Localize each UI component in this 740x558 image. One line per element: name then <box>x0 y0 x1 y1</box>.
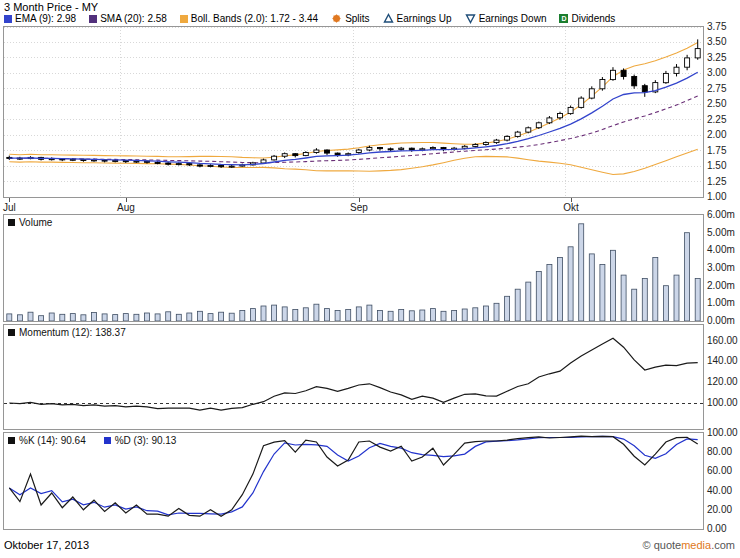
candle-body <box>505 136 510 140</box>
momentum-header: Momentum (12): 138.37 <box>8 327 126 338</box>
stock-chart-page: 3 Month Price - MY EMA (9): 2.98SMA (20)… <box>0 0 740 558</box>
splits-icon <box>331 13 342 24</box>
copyright-domain: .com <box>711 539 735 551</box>
x-axis-label: Aug <box>111 202 141 213</box>
volume-bar <box>187 313 192 321</box>
legend-label: Dividends <box>571 13 615 24</box>
volume-bar <box>483 306 488 321</box>
volume-bar <box>314 304 319 321</box>
candle-body <box>388 149 393 150</box>
candle-body <box>409 148 414 150</box>
volume-bar <box>134 314 139 321</box>
candle-body <box>367 148 372 151</box>
x-axis-label: Jul <box>3 202 33 213</box>
volume-panel: Volume <box>3 214 704 322</box>
y-axis-label: 3.25 <box>707 52 726 63</box>
candle-body <box>685 58 690 67</box>
volume-bar <box>430 309 435 321</box>
candle-body <box>229 166 234 167</box>
candle-body <box>611 70 616 79</box>
volume-bar <box>70 314 75 321</box>
candle-body <box>208 166 213 167</box>
volume-bar <box>367 305 372 321</box>
volume-header: Volume <box>8 217 52 228</box>
ema-color-chip <box>4 15 12 23</box>
volume-bar <box>335 310 340 321</box>
candle-body <box>282 154 287 157</box>
stoch-k-header-label: %K (14): 90.64 <box>19 435 86 446</box>
candle-body <box>579 98 584 107</box>
y-axis-label: 2.50 <box>707 98 726 109</box>
candle-body <box>399 148 404 149</box>
volume-bar <box>621 275 626 321</box>
y-axis-label: 100.00 <box>707 427 738 438</box>
volume-bar <box>388 311 393 321</box>
y-axis-label: 1.00m <box>707 297 735 308</box>
volume-bar <box>113 315 118 321</box>
copyright: © quotemedia.com <box>642 539 735 551</box>
boll-bands-color-chip <box>180 15 188 23</box>
y-axis-label: 2.25 <box>707 114 726 125</box>
candle-body <box>134 161 139 162</box>
volume-bar <box>197 311 202 321</box>
copyright-media: media <box>681 539 711 551</box>
candle-body <box>483 143 488 145</box>
price-panel <box>3 26 704 198</box>
candle-body <box>272 156 277 160</box>
chart-legend: EMA (9): 2.98SMA (20): 2.58Boll. Bands (… <box>4 13 615 24</box>
y-axis-label: 3.50 <box>707 36 726 47</box>
candle-body <box>642 86 647 92</box>
y-axis-label: 6.00m <box>707 209 735 220</box>
candle-body <box>663 73 668 82</box>
y-axis-label: 1.00 <box>707 191 726 202</box>
volume-bar <box>303 308 308 321</box>
candle-body <box>166 163 171 164</box>
y-axis-label: 0.00 <box>707 523 726 534</box>
sma-color-chip <box>89 15 97 23</box>
volume-bar <box>293 310 298 322</box>
stoch-d-chip-icon <box>104 437 111 444</box>
legend-label: Earnings Up <box>397 13 452 24</box>
volume-bar <box>102 314 107 321</box>
candle-body <box>547 118 552 123</box>
volume-bar <box>695 279 700 321</box>
volume-bar <box>494 303 499 321</box>
volume-bar <box>505 296 510 321</box>
price-plot <box>4 27 703 197</box>
y-axis-label: 3.00 <box>707 67 726 78</box>
y-axis-label: 1.75 <box>707 145 726 156</box>
volume-bar <box>155 314 160 321</box>
volume-bar <box>452 310 457 321</box>
volume-bar <box>176 314 181 321</box>
candle-body <box>314 150 319 153</box>
volume-bar <box>663 286 668 321</box>
x-axis-label: Sep <box>344 202 374 213</box>
volume-bar <box>123 314 128 321</box>
volume-header-label: Volume <box>19 217 52 228</box>
legend-label: SMA (20): 2.58 <box>100 13 167 24</box>
stoch-d-header-label: %D (3): 90.13 <box>115 435 177 446</box>
y-axis-label: 60.00 <box>707 465 732 476</box>
volume-bar <box>589 254 594 321</box>
volume-bar <box>250 309 255 321</box>
volume-bar <box>356 307 361 321</box>
dividends-icon: D <box>559 14 568 23</box>
legend-label: Boll. Bands (2.0): 1.72 - 3.44 <box>191 13 318 24</box>
candle-body <box>155 162 160 163</box>
candle-body <box>303 153 308 156</box>
candle-body <box>621 70 626 76</box>
y-axis-label: 2.00m <box>707 280 735 291</box>
volume-bar <box>409 311 414 321</box>
candle-body <box>695 49 700 58</box>
y-axis-label: 5.00m <box>707 227 735 238</box>
candle-body <box>568 107 573 113</box>
volume-bar <box>282 307 287 321</box>
volume-bar <box>642 279 647 321</box>
volume-bar <box>60 314 65 321</box>
volume-bar <box>378 310 383 321</box>
candle-body <box>674 67 679 73</box>
copyright-quote: quote <box>654 539 682 551</box>
volume-bar <box>547 265 552 322</box>
candle-body <box>176 164 181 165</box>
stochastics-header: %K (14): 90.64 %D (3): 90.13 <box>8 435 176 446</box>
